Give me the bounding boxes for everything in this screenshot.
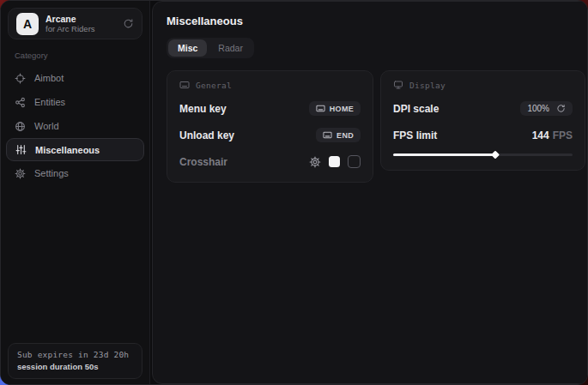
sidebar-item-settings[interactable]: Settings [1, 161, 149, 185]
keyboard-icon [323, 130, 332, 140]
fps-slider-thumb[interactable] [491, 151, 500, 159]
sub-expires-text: Sub expires in 23d 20h [17, 350, 133, 359]
cards-row: General Menu key HOME Unload key [167, 70, 585, 183]
globe-icon [15, 121, 26, 132]
unload-key-value: END [336, 131, 354, 140]
dpi-scale-row: DPI scale 100% [393, 100, 573, 117]
sidebar-item-label: Aimbot [34, 73, 64, 83]
category-label: Category [15, 51, 136, 60]
sidebar-nav: Aimbot Entities World [1, 66, 149, 185]
sidebar-item-label: World [34, 121, 59, 131]
session-duration-text: session duration 50s [17, 362, 133, 371]
sliders-icon [15, 144, 27, 155]
dpi-scale-control[interactable]: 100% [520, 101, 573, 116]
app-logo: A [16, 13, 39, 35]
sidebar-item-entities[interactable]: Entities [1, 90, 149, 114]
display-card: Display DPI scale 100% FPS limit [380, 70, 585, 171]
dpi-scale-label: DPI scale [393, 103, 439, 115]
entities-icon [15, 97, 26, 108]
gear-icon [15, 168, 26, 179]
sidebar-item-aimbot[interactable]: Aimbot [1, 66, 149, 90]
display-card-header: Display [393, 80, 573, 90]
keyboard-icon [179, 80, 190, 90]
sidebar: A Arcane for Arc Riders Category Aimbot [1, 1, 150, 384]
unload-key-row: Unload key END [179, 127, 361, 143]
gear-icon[interactable] [309, 156, 321, 168]
tab-bar: Misc Radar [167, 38, 254, 58]
menu-key-value: HOME [330, 105, 354, 113]
page-title: Miscellaneous [167, 15, 585, 27]
crosshair-row: Crosshair [179, 153, 361, 170]
menu-key-label: Menu key [179, 103, 227, 115]
menu-key-button[interactable]: HOME [309, 101, 361, 116]
general-card-title: General [196, 81, 232, 90]
keyboard-icon [316, 104, 325, 113]
monitor-icon [393, 80, 403, 90]
brand-text: Arcane for Arc Riders [45, 14, 116, 34]
main-panel: Miscellaneous Misc Radar General Menu ke… [152, 1, 588, 384]
subscription-card: Sub expires in 23d 20h session duration … [8, 343, 142, 379]
menu-key-row: Menu key HOME [179, 100, 361, 117]
crosshair-label: Crosshair [179, 156, 227, 168]
app-subtitle: for Arc Riders [45, 25, 116, 34]
fps-limit-row: FPS limit 144FPS [393, 127, 573, 143]
tab-misc[interactable]: Misc [168, 39, 207, 57]
refresh-icon [556, 104, 566, 113]
sidebar-item-label: Entities [34, 97, 65, 107]
refresh-icon[interactable] [123, 18, 134, 29]
dpi-scale-value: 100% [527, 104, 549, 113]
fps-number: 144 [532, 129, 549, 141]
sidebar-item-world[interactable]: World [1, 114, 149, 138]
sidebar-item-label: Miscellaneous [35, 145, 100, 155]
crosshair-color-swatch[interactable] [329, 156, 340, 167]
app-window: A Arcane for Arc Riders Category Aimbot [0, 0, 588, 385]
fps-limit-label: FPS limit [393, 129, 437, 141]
crosshair-checkbox[interactable] [348, 155, 361, 168]
crosshair-controls [309, 155, 361, 168]
crosshair-icon [15, 73, 26, 84]
display-card-title: Display [409, 81, 446, 90]
sidebar-item-miscellaneous[interactable]: Miscellaneous [6, 138, 144, 161]
app-name: Arcane [45, 14, 116, 24]
fps-slider-fill [393, 153, 495, 156]
general-card-header: General [179, 80, 361, 90]
fps-unit: FPS [553, 129, 573, 141]
fps-limit-value: 144FPS [532, 129, 573, 141]
unload-key-button[interactable]: END [316, 128, 361, 142]
fps-slider[interactable] [393, 152, 573, 158]
sidebar-item-label: Settings [34, 168, 69, 178]
unload-key-label: Unload key [179, 129, 234, 141]
tab-radar[interactable]: Radar [209, 39, 252, 57]
brand-card: A Arcane for Arc Riders [8, 8, 142, 39]
general-card: General Menu key HOME Unload key [167, 70, 373, 183]
